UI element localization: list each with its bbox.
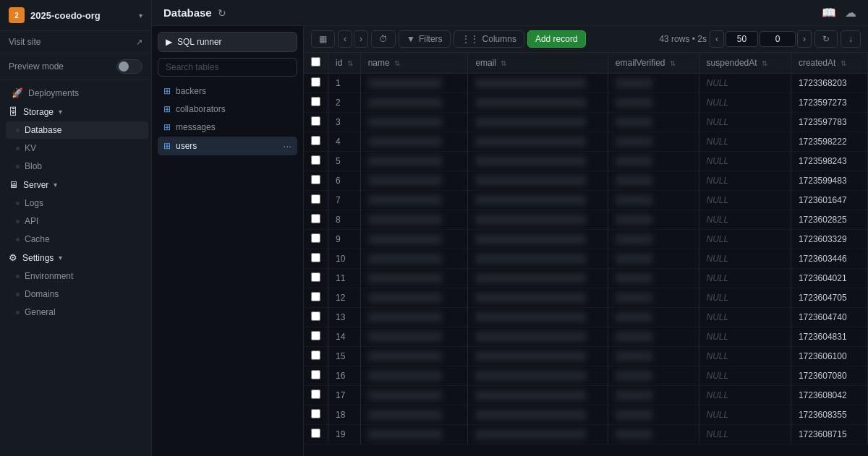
cell-name: ████████████ [360,93,468,113]
table-nav: ‹ › [338,30,368,48]
row-checkbox[interactable] [311,194,320,204]
row-checkbox-cell[interactable] [304,191,328,210]
download-button[interactable]: ↓ [841,30,861,48]
prev-table-button[interactable]: ‹ [338,30,352,48]
row-checkbox[interactable] [311,311,320,321]
row-checkbox-cell[interactable] [304,113,328,132]
grid-view-button[interactable]: ▦ [311,30,335,48]
row-checkbox[interactable] [311,272,320,282]
sidebar-item-api[interactable]: API [6,212,148,230]
sidebar-item-general[interactable]: General [6,304,148,321]
row-checkbox-cell[interactable] [304,152,328,171]
table-item-users[interactable]: ⊞ users ··· [158,137,297,155]
sidebar-group-server[interactable]: 🖥 Server ▾ [0,176,151,194]
row-checkbox[interactable] [311,331,320,340]
sidebar-item-cache[interactable]: Cache [6,231,148,248]
page-size-input[interactable] [726,31,758,47]
sidebar-item-logs[interactable]: Logs [6,194,148,212]
row-checkbox-cell[interactable] [304,405,328,425]
sidebar-item-domains[interactable]: Domains [6,285,148,303]
cell-createdAt: 1723597273 [791,93,867,113]
col-header-suspendedAt[interactable]: suspendedAt ⇅ [699,53,791,74]
table-item-users-more[interactable]: ··· [283,140,292,152]
row-checkbox-cell[interactable] [304,308,328,327]
row-checkbox[interactable] [311,97,320,106]
row-checkbox-cell[interactable] [304,230,328,249]
visit-site-link[interactable]: Visit site ↗ [0,31,151,53]
preview-mode-toggle[interactable] [116,59,142,74]
blurred-emailVerified: ██████ [616,332,652,342]
refresh-data-button[interactable]: ↻ [814,30,838,48]
row-checkbox[interactable] [311,175,320,184]
org-header[interactable]: 2 2025-coedo-org ▾ [0,0,151,31]
row-checkbox[interactable] [311,292,320,301]
topbar-refresh-icon[interactable]: ↻ [218,7,226,19]
cell-createdAt: 1723602825 [791,210,867,230]
row-checkbox-cell[interactable] [304,210,328,230]
general-dot [16,311,20,314]
page-input[interactable] [760,31,796,47]
row-checkbox[interactable] [311,370,320,379]
sidebar-item-environment[interactable]: Environment [6,267,148,285]
blurred-email: ██████████████████ [475,390,586,400]
cell-suspendedAt: NULL [699,249,791,269]
sidebar-item-kv[interactable]: KV [6,139,148,157]
sidebar-item-deployments[interactable]: 🚀 Deployments [3,84,148,102]
col-header-name[interactable]: name ⇅ [360,53,468,74]
select-all-header[interactable] [304,53,328,74]
col-header-id[interactable]: id ⇅ [328,53,361,74]
storage-chevron-icon: ▾ [59,108,62,116]
history-button[interactable]: ⏱ [371,30,396,48]
columns-button[interactable]: ⋮⋮ Columns [454,30,524,48]
row-checkbox[interactable] [311,214,320,223]
row-checkbox[interactable] [311,350,320,360]
row-checkbox-cell[interactable] [304,386,328,405]
cell-name: ████████████ [360,386,468,405]
filters-button[interactable]: ▼ Filters [399,30,451,48]
row-checkbox-cell[interactable] [304,132,328,152]
row-checkbox[interactable] [311,390,320,399]
select-all-checkbox[interactable] [311,57,320,66]
row-checkbox[interactable] [311,155,320,165]
table-item-messages[interactable]: ⊞ messages [158,119,297,136]
cloud-icon[interactable]: ☁ [845,6,856,20]
row-checkbox-cell[interactable] [304,269,328,288]
row-checkbox-cell[interactable] [304,93,328,113]
sidebar-item-blob[interactable]: Blob [6,158,148,175]
search-tables-input[interactable] [158,58,297,77]
sidebar-group-settings[interactable]: ⚙ Settings ▾ [0,249,151,267]
row-checkbox[interactable] [311,77,320,87]
row-checkbox-cell[interactable] [304,171,328,191]
cell-createdAt: 1723597783 [791,113,867,132]
cell-emailVerified: ██████ [608,386,699,405]
row-checkbox-cell[interactable] [304,288,328,308]
book-icon[interactable]: 📖 [822,6,836,20]
row-checkbox[interactable] [311,116,320,126]
cell-id: 1 [328,74,361,93]
next-table-button[interactable]: › [354,30,368,48]
row-checkbox-cell[interactable] [304,347,328,366]
sql-runner-button[interactable]: ▶ SQL runner [158,32,297,52]
col-header-email[interactable]: email ⇅ [468,53,608,74]
page-next-button[interactable]: › [797,30,812,48]
add-record-button[interactable]: Add record [527,30,586,48]
sidebar-group-storage[interactable]: 🗄 Storage ▾ [0,103,151,121]
row-checkbox-cell[interactable] [304,249,328,269]
row-checkbox-cell[interactable] [304,425,328,444]
row-checkbox[interactable] [311,253,320,262]
row-checkbox-cell[interactable] [304,327,328,347]
blurred-name: ████████████ [368,332,442,342]
col-header-createdAt[interactable]: createdAt ⇅ [791,53,867,74]
blurred-name: ████████████ [368,254,442,264]
row-checkbox-cell[interactable] [304,366,328,386]
row-checkbox-cell[interactable] [304,74,328,93]
row-checkbox[interactable] [311,429,320,438]
table-item-backers[interactable]: ⊞ backers [158,82,297,100]
sidebar-item-database[interactable]: Database [6,121,148,139]
row-checkbox[interactable] [311,409,320,418]
col-header-emailVerified[interactable]: emailVerified ⇅ [608,53,699,74]
page-prev-button[interactable]: ‹ [710,30,724,48]
row-checkbox[interactable] [311,233,320,243]
table-item-collaborators[interactable]: ⊞ collaborators [158,100,297,118]
row-checkbox[interactable] [311,136,320,145]
